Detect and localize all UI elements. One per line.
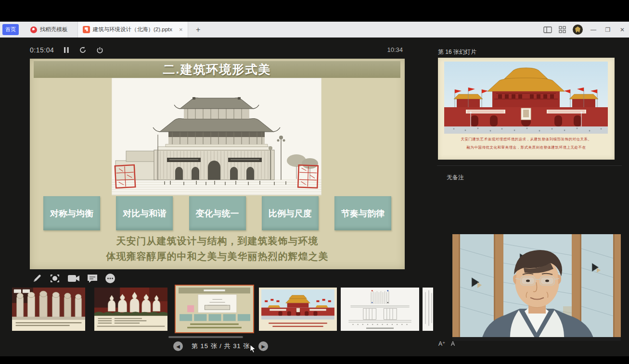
mouse-cursor	[250, 344, 257, 353]
restore-button[interactable]: ❐	[604, 26, 612, 33]
home-tab-label: 首页	[5, 26, 16, 33]
slide-thumbnail-15-selected[interactable]	[175, 285, 254, 333]
chip-label: 对称与均衡	[50, 208, 93, 219]
next-slide-preview[interactable]: 天安门建筑艺术体现对理想环境的追求，从建筑整体到细部装饰的对位关系。 融为中国传…	[438, 58, 615, 160]
more-icon[interactable]	[105, 273, 116, 284]
current-slide[interactable]: 二.建筑环境形式美	[30, 59, 405, 269]
chip-label: 对比与和谐	[123, 208, 166, 219]
presenter-view: 0:15:04 10:34 二.建筑环境形式美	[0, 38, 629, 356]
prev-arrow-icon: ◀	[176, 344, 180, 349]
wall-clock: 10:34	[387, 46, 403, 53]
thumbnail-image	[176, 286, 253, 332]
thumbnail-image	[259, 288, 337, 331]
slide-thumbnail-13[interactable]	[12, 288, 85, 331]
tab-bar: 首页 找稻壳模板 建筑与环境设计（北海）(2).pptx × +	[0, 22, 629, 38]
comment-icon[interactable]	[87, 274, 98, 284]
docer-icon	[30, 26, 37, 33]
notes-empty-text: 无备注	[447, 174, 464, 182]
slide-chip-contrast: 对比与和谐	[116, 196, 173, 230]
reset-icon[interactable]	[79, 46, 87, 54]
window-controls: — ❐ ✕	[543, 22, 626, 38]
slide-title: 二.建筑环境形式美	[163, 62, 271, 77]
document-tab-title: 建筑与环境设计（北海）(2).pptx	[93, 26, 173, 33]
ppt-file-icon	[83, 26, 90, 33]
slide-title-band: 二.建筑环境形式美	[34, 61, 400, 78]
tab-close-icon[interactable]: ×	[179, 26, 183, 33]
next-slide-button[interactable]: ▶	[258, 341, 268, 351]
tiananmen-photo	[444, 62, 608, 134]
grid-view-icon[interactable]	[559, 26, 566, 33]
thumbnail-image	[423, 288, 433, 331]
previous-slide-button[interactable]: ◀	[173, 341, 183, 351]
slide-chip-rhythm: 节奏与韵律	[334, 196, 391, 230]
docer-tab[interactable]: 找稻壳模板	[26, 22, 73, 38]
timer-value: 0:15:04	[30, 46, 54, 54]
thumbnail-image	[341, 288, 419, 331]
slide-thumbnail-18-partial[interactable]	[423, 288, 433, 331]
slide-thumbnail-16[interactable]	[259, 288, 337, 331]
preview-caption-line1: 天安门建筑艺术体现对理想环境的追求，从建筑整体到细部装饰的对位关系。	[438, 137, 615, 142]
pen-icon[interactable]	[32, 273, 42, 284]
tiananmen-engraving-image	[112, 78, 321, 195]
document-tab[interactable]: 建筑与环境设计（北海）(2).pptx ×	[77, 22, 188, 38]
thumbnail-image	[12, 288, 85, 331]
speaker-portrait	[452, 234, 621, 341]
notes-divider	[437, 165, 622, 166]
rehearse-timer: 0:15:04	[30, 46, 103, 54]
chip-label: 节奏与韵律	[341, 208, 385, 219]
screen: 首页 找稻壳模板 建筑与环境设计（北海）(2).pptx × + — ❐ ✕ 0…	[0, 0, 629, 364]
preview-caption-line2: 融为中国传统文化和审美理念，形式美原则在整体建筑环境上无处不在	[438, 145, 615, 150]
chip-label: 变化与统一	[196, 208, 239, 219]
laser-pointer-icon[interactable]	[49, 273, 61, 284]
pager-label: 第 15 张 / 共 31 张	[192, 342, 250, 351]
pause-icon[interactable]	[64, 47, 69, 53]
notes-font-increase-button[interactable]: A⁺	[438, 340, 445, 347]
new-tab-button[interactable]: +	[193, 25, 204, 34]
power-icon[interactable]	[96, 47, 103, 54]
thumbnail-scrollbar[interactable]	[168, 336, 243, 338]
home-tab[interactable]: 首页	[2, 24, 19, 35]
chip-label: 比例与尺度	[269, 208, 312, 219]
slide-thumbnail-17[interactable]	[341, 288, 419, 331]
docer-tab-label: 找稻壳模板	[40, 26, 68, 33]
annotation-toolbar	[32, 273, 116, 284]
thumbnail-image	[94, 288, 167, 331]
slide-chip-proportion: 比例与尺度	[262, 196, 319, 230]
slide-chip-symmetry: 对称与均衡	[43, 196, 100, 230]
camera-icon[interactable]	[67, 274, 80, 283]
slide-chip-variation: 变化与统一	[189, 196, 246, 230]
notes-font-decrease-button[interactable]: A	[451, 340, 455, 347]
webcam-video[interactable]	[452, 234, 621, 341]
next-slide-label: 第 16 张幻灯片	[438, 48, 476, 56]
slide-button-row: 对称与均衡 对比与和谐 变化与统一 比例与尺度 节奏与韵律	[43, 196, 391, 230]
slide-caption-line2: 体现雍容醇厚的中和之美与美华丽热烈的辉煌之美	[30, 250, 405, 263]
minimize-button[interactable]: —	[590, 26, 597, 33]
next-arrow-icon: ▶	[261, 344, 265, 349]
close-window-button[interactable]: ✕	[618, 26, 626, 33]
slide-caption-line1: 天安门从建筑设计与结构，到建筑装饰与环境	[30, 235, 405, 248]
slide-thumbnail-14[interactable]	[94, 288, 167, 331]
user-avatar[interactable]	[573, 25, 583, 35]
split-view-icon[interactable]	[543, 26, 552, 33]
